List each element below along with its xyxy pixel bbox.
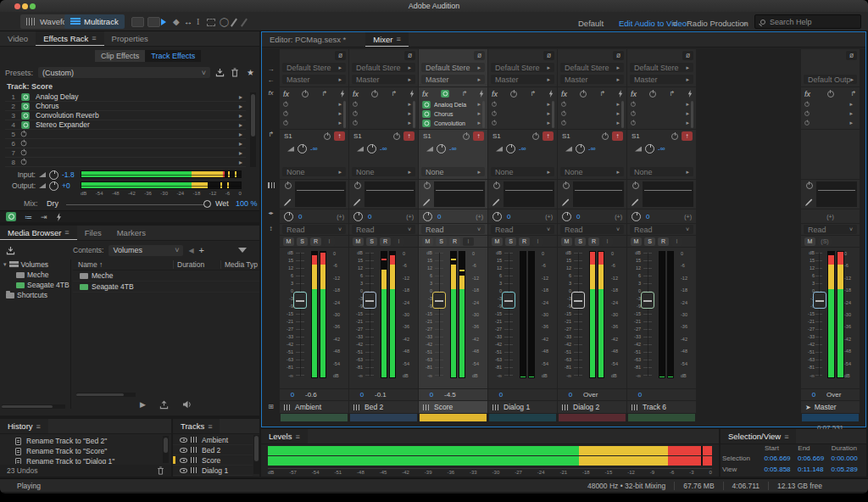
fx-power-icon[interactable]: [510, 91, 517, 98]
pan-value[interactable]: 0: [576, 213, 580, 220]
record-arm-button[interactable]: R: [449, 237, 460, 246]
track-list-item[interactable]: Ambient: [173, 435, 253, 445]
effect-power-icon[interactable]: [422, 110, 431, 118]
lightning-icon[interactable]: [618, 90, 623, 98]
send-destination-dropdown[interactable]: None▸: [630, 167, 693, 176]
send-knob[interactable]: [576, 144, 585, 153]
column-name[interactable]: Name ↑: [73, 260, 173, 269]
output-dropdown[interactable]: Master▸: [560, 75, 624, 84]
output-dropdown[interactable]: Master▸: [352, 75, 415, 84]
track-color-strip[interactable]: [802, 414, 859, 421]
tab-tracks[interactable]: Tracks ≡: [173, 419, 220, 433]
history-scrollbar[interactable]: [163, 436, 169, 463]
input-monitor-button[interactable]: I: [671, 237, 682, 246]
panel-menu-icon[interactable]: ≡: [397, 35, 401, 43]
solo-button[interactable]: S: [436, 237, 447, 246]
lightning-icon[interactable]: [340, 90, 345, 98]
fader-track[interactable]: [296, 253, 304, 376]
mixer-channel-strip[interactable]: ø Default Stere▸ Master▸ fx: [488, 49, 557, 423]
rack-power-icon[interactable]: [6, 212, 16, 221]
output-dropdown[interactable]: Master▸: [491, 75, 554, 84]
phase-icon[interactable]: ø: [682, 51, 693, 60]
fader-handle[interactable]: [432, 292, 446, 309]
selection-start[interactable]: 0:06.669: [764, 455, 798, 462]
eq-graph[interactable]: [295, 181, 346, 207]
send-prefader-icon[interactable]: ↑: [334, 131, 345, 141]
phase-icon[interactable]: ø: [335, 51, 346, 60]
master-strip[interactable]: ø Default Outp▸ fx ↱ ▸ ▸ ▸: [801, 49, 860, 435]
history-item[interactable]: Rename Track to "Dialog 1": [3, 456, 161, 464]
phase-icon[interactable]: ø: [846, 51, 857, 60]
automation-mode-dropdown[interactable]: Read˅: [804, 225, 857, 234]
mix-slider-handle[interactable]: [203, 200, 211, 208]
fx-slot-2[interactable]: ▸: [282, 109, 342, 118]
fader-track[interactable]: [435, 253, 443, 376]
effect-flyout-icon[interactable]: ▸: [239, 93, 242, 101]
effect-slot-row[interactable]: 1 Analog Delay ▸: [5, 92, 246, 102]
mixer-channel-strip[interactable]: ø Default Stere▸ Master▸ fx: [627, 49, 696, 423]
mix-value[interactable]: 100 %: [236, 199, 258, 208]
tab-selection-view[interactable]: Selection/View ≡: [721, 429, 796, 443]
send-knob[interactable]: [367, 144, 376, 153]
tracks-scrollbar[interactable]: [253, 435, 259, 474]
send-destination-dropdown[interactable]: None▸: [421, 167, 485, 176]
fader-value[interactable]: 0: [558, 391, 583, 399]
mixer-channel-strip[interactable]: ø Default Stere▸ Master▸ fx: [419, 49, 487, 423]
send-knob[interactable]: [506, 144, 515, 153]
mixer-channel-strip[interactable]: ø Default Stere▸ Master▸ fx: [280, 49, 348, 423]
fx-slot-1[interactable]: ▸: [560, 100, 620, 109]
solo-button[interactable]: S: [575, 237, 586, 246]
panel-menu-icon[interactable]: ≡: [208, 422, 212, 431]
automation-mode-dropdown[interactable]: Read˅: [560, 225, 624, 234]
effect-power-icon[interactable]: [631, 111, 636, 116]
record-arm-button[interactable]: R: [380, 237, 391, 246]
phase-icon[interactable]: ø: [404, 51, 415, 60]
peak-value[interactable]: -0.6: [305, 391, 317, 399]
fx-power-icon[interactable]: [441, 90, 449, 98]
send-destination-dropdown[interactable]: None▸: [352, 167, 415, 176]
speaker-icon[interactable]: [182, 400, 192, 409]
tree-hscrollbar[interactable]: [2, 404, 65, 409]
record-arm-button[interactable]: R: [310, 237, 321, 246]
spectral-pitch-icon[interactable]: [147, 17, 160, 27]
effect-power-icon[interactable]: [631, 102, 636, 107]
input-dropdown[interactable]: Default Stere▸: [282, 63, 346, 72]
mute-button[interactable]: M: [561, 237, 572, 246]
solo-button[interactable]: S: [297, 237, 308, 246]
tree-item-volumes[interactable]: ▾ Volumes: [0, 259, 70, 270]
fx-slot-2[interactable]: ▸: [491, 109, 550, 118]
fx-prepost-icon[interactable]: ↱: [599, 90, 605, 98]
automation-mode-dropdown[interactable]: Read˅: [282, 225, 346, 234]
solo-button[interactable]: S: [644, 237, 655, 246]
pan-knob[interactable]: [492, 212, 502, 221]
eq-edit-pencil-icon[interactable]: [423, 198, 431, 206]
fx-power-icon[interactable]: [649, 91, 656, 98]
pan-knob[interactable]: [632, 212, 641, 221]
stereo-width-icon[interactable]: (+): [476, 214, 483, 220]
strip-name-row[interactable]: Ambient: [280, 401, 348, 413]
effect-flyout-icon[interactable]: ▸: [239, 140, 242, 148]
column-duration[interactable]: Duration: [173, 260, 220, 269]
automation-mode-dropdown[interactable]: Read˅: [630, 225, 693, 234]
send-knob[interactable]: [298, 144, 307, 153]
slip-tool-icon[interactable]: ↔: [184, 17, 192, 26]
fx-slot-1[interactable]: Analog Dela ▸: [421, 100, 481, 109]
effect-power-icon[interactable]: [561, 111, 566, 116]
send-destination-dropdown[interactable]: None▸: [491, 167, 554, 176]
send-prefader-icon[interactable]: ↑: [612, 131, 623, 141]
pan-knob[interactable]: [353, 212, 363, 221]
send-power-icon[interactable]: [393, 133, 400, 140]
send-prefader-icon[interactable]: ↑: [542, 131, 554, 141]
eq-edit-pencil-icon[interactable]: [805, 198, 813, 206]
input-dropdown[interactable]: Default Stere▸: [352, 63, 415, 72]
input-value[interactable]: -1.8: [62, 170, 75, 179]
peak-value[interactable]: -0.1: [375, 391, 387, 399]
clip-effects-button[interactable]: Clip Effects: [95, 50, 145, 62]
fader-value[interactable]: 0: [488, 391, 514, 399]
workspace-radio-production[interactable]: Radio Production: [687, 19, 748, 28]
fx-slots-scrollbar[interactable]: [621, 101, 624, 128]
paintbrush-tool-icon[interactable]: [231, 19, 237, 27]
mute-button[interactable]: M: [283, 237, 294, 246]
tab-mixer[interactable]: Mixer ≡: [365, 32, 409, 47]
fx-slots-scrollbar[interactable]: [482, 101, 485, 128]
